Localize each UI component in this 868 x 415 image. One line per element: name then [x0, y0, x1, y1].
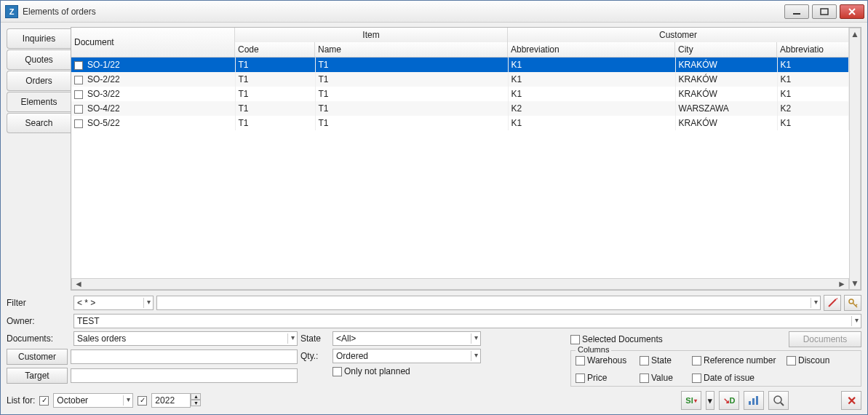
table-row[interactable]: SO-3/22T1T1K1KRAKÓWK1 [71, 87, 849, 101]
filter-label: Filter [7, 298, 71, 308]
qty-combo[interactable]: Ordered [333, 349, 481, 363]
month-combo[interactable]: October [53, 393, 133, 408]
filter-edit-button[interactable] [824, 295, 841, 311]
year-spinner[interactable]: 2022 ▲▼ [151, 393, 201, 408]
table-row[interactable]: SO-5/22T1T1K1KRAKÓWK1 [71, 116, 849, 130]
qty-label: Qty.: [300, 351, 330, 361]
listfor-year-check[interactable] [138, 396, 147, 406]
table-row[interactable]: SO-1/22T1T1K1KRAKÓWK1 [71, 58, 849, 72]
svg-line-4 [829, 299, 836, 307]
col-refnum-check[interactable]: Reference number [692, 355, 779, 365]
side-tabs: Inquiries Quotes Orders Elements Search [7, 27, 71, 290]
scroll-up-icon[interactable]: ▲ [850, 30, 860, 39]
grid-panel: Document Item Customer Code Name Abbrevi… [71, 27, 861, 290]
grid-header: Document Item Customer Code Name Abbrevi… [71, 28, 849, 58]
magnifier-button[interactable] [768, 391, 789, 410]
tab-orders[interactable]: Orders [7, 71, 71, 91]
selected-documents-check[interactable]: Selected Documents [570, 334, 663, 344]
col-price-check[interactable]: Price [576, 373, 632, 383]
si-button[interactable]: SI▾ [681, 391, 701, 410]
close-panel-button[interactable]: ✕ [841, 391, 861, 410]
svg-line-8 [856, 304, 857, 306]
owner-label: Owner: [7, 316, 71, 326]
minimize-button[interactable] [784, 4, 809, 19]
si-dropdown-button[interactable]: ▾ [706, 391, 714, 410]
tab-inquiries[interactable]: Inquiries [7, 28, 71, 49]
col-abbreviation2[interactable]: Abbreviatio [777, 42, 849, 57]
svg-point-12 [774, 396, 781, 403]
svg-rect-0 [793, 13, 800, 15]
svg-rect-11 [756, 396, 758, 405]
titlebar: Z Elements of orders [1, 1, 867, 23]
filter-op-combo[interactable]: < * > [73, 296, 154, 310]
owner-combo[interactable]: TEST [73, 314, 861, 328]
documents-button[interactable]: Documents [789, 331, 861, 347]
col-name[interactable]: Name [315, 42, 508, 57]
col-value-check[interactable]: Value [640, 373, 685, 383]
horizontal-scrollbar[interactable]: ◄ ► [71, 278, 849, 290]
year-down-icon[interactable]: ▼ [191, 400, 201, 406]
customer-button[interactable]: Customer [7, 349, 68, 365]
year-up-icon[interactable]: ▲ [191, 393, 201, 400]
col-customer-group: Customer [508, 28, 849, 42]
table-row[interactable]: SO-2/22T1T1K1KRAKÓWK1 [71, 72, 849, 87]
scroll-right-icon[interactable]: ► [837, 280, 847, 288]
col-discount-check[interactable]: Discoun [787, 355, 830, 365]
vertical-scrollbar[interactable]: ▲ ▼ [849, 28, 861, 290]
close-button[interactable] [840, 4, 864, 19]
tab-search[interactable]: Search [7, 113, 71, 133]
state-label: State [300, 333, 330, 344]
tab-quotes[interactable]: Quotes [7, 50, 71, 70]
svg-rect-10 [752, 398, 754, 405]
col-abbreviation[interactable]: Abbreviation [508, 42, 675, 57]
filter-text-combo[interactable] [156, 296, 821, 310]
filter-key-button[interactable] [844, 295, 861, 311]
state-combo[interactable]: <All> [333, 331, 481, 346]
tab-elements[interactable]: Elements [7, 92, 71, 112]
documents-combo[interactable]: Sales orders [73, 331, 298, 346]
scroll-left-icon[interactable]: ◄ [73, 280, 84, 288]
chart-button[interactable] [744, 391, 764, 410]
table-row[interactable]: SO-4/22T1T1K2WARSZAWAK2 [71, 101, 849, 116]
col-warehouse-check[interactable]: Warehous [576, 355, 632, 365]
only-not-planned-check[interactable]: Only not planned [333, 366, 410, 376]
scroll-down-icon[interactable]: ▼ [850, 279, 860, 288]
d-button[interactable]: ↘D [719, 391, 739, 410]
documents-label: Documents: [7, 333, 71, 344]
columns-legend: Columns [576, 345, 611, 354]
grid-body[interactable]: SO-1/22T1T1K1KRAKÓWK1SO-2/22T1T1K1KRAKÓW… [71, 58, 849, 278]
col-city[interactable]: City [675, 42, 777, 57]
window-title: Elements of orders [23, 7, 784, 17]
listfor-month-check[interactable] [39, 396, 49, 406]
maximize-button[interactable] [812, 4, 837, 19]
col-state-check[interactable]: State [640, 355, 685, 365]
svg-line-13 [781, 403, 784, 406]
col-code[interactable]: Code [235, 42, 315, 57]
svg-marker-5 [836, 298, 837, 299]
svg-rect-1 [821, 9, 828, 15]
col-item-group: Item [235, 28, 508, 42]
customer-input[interactable] [71, 349, 298, 364]
columns-group: Columns Warehous State Reference number … [570, 350, 861, 387]
col-date-check[interactable]: Date of issue [692, 373, 779, 383]
app-icon: Z [5, 5, 18, 18]
target-button[interactable]: Target [7, 368, 68, 384]
listfor-label: List for: [7, 395, 35, 406]
target-input[interactable] [71, 368, 298, 383]
svg-rect-9 [749, 401, 751, 405]
